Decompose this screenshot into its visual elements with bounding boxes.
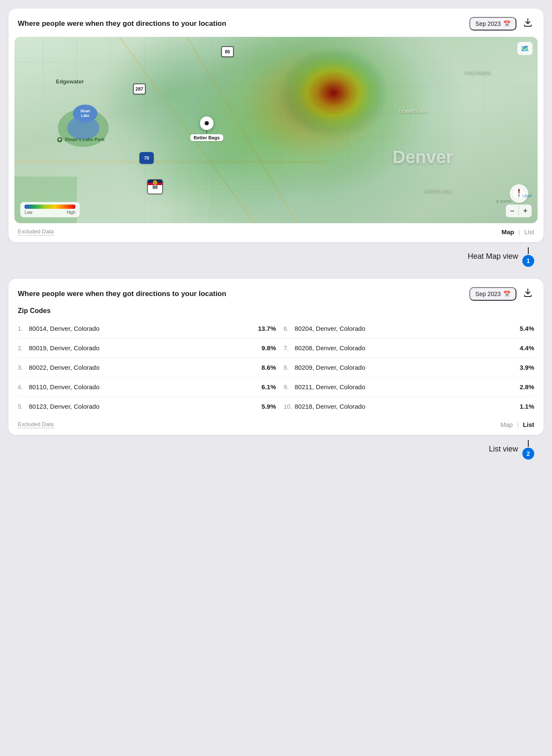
heatmap-date-label: Sep 2023: [475, 20, 501, 27]
list-annotation-label: List view: [489, 445, 518, 454]
card-list: Where people were when they got directio…: [8, 279, 544, 435]
pin-circle: [200, 116, 214, 130]
zoom-plus-button[interactable]: +: [519, 205, 532, 217]
card-heatmap-header: Where people were when they got directio…: [8, 8, 544, 37]
zip-pct: 6.1%: [261, 383, 276, 390]
zip-info: 9. 80211, Denver, Colorado: [284, 383, 366, 390]
pin-label: Better Bags: [190, 134, 223, 141]
list-header-controls: Sep 2023 📅: [469, 286, 534, 301]
zip-name: 80211, Denver, Colorado: [295, 383, 366, 390]
zip-number: 3.: [18, 364, 26, 371]
heatmap-footer: Excluded Data Map | List: [8, 223, 544, 242]
zip-name: 80218, Denver, Colorado: [295, 403, 366, 410]
card-heatmap: Where people were when they got directio…: [8, 8, 544, 242]
zip-info: 5. 80123, Denver, Colorado: [18, 403, 100, 410]
zip-section-title: Zip Codes: [8, 307, 544, 319]
heatmap-excluded-data[interactable]: Excluded Data: [18, 228, 54, 235]
list-excluded-data[interactable]: Excluded Data: [18, 421, 54, 428]
heatmap-toggle-divider: |: [519, 228, 520, 235]
e-sixth-label: E SIXTH: [497, 199, 511, 204]
zip-number: 8.: [284, 364, 292, 371]
list-calendar-icon: 📅: [503, 291, 510, 297]
zoom-control-group: − +: [506, 205, 532, 217]
list-toggle-divider: |: [517, 421, 519, 428]
map-background: FIVE POINTS DOWNTOWN Denver CAPITOL HILL…: [14, 37, 538, 223]
heatmap-toggle-map[interactable]: Map: [502, 228, 514, 235]
zip-number: 5.: [18, 403, 26, 410]
svg-text:N: N: [518, 188, 520, 191]
zip-column-left: 1. 80014, Denver, Colorado 13.7% 2. 8001…: [18, 319, 276, 416]
zip-pct: 3.9%: [520, 364, 534, 371]
zoom-minus-button[interactable]: −: [506, 205, 519, 217]
heatmap-date-picker[interactable]: Sep 2023 📅: [469, 17, 516, 30]
zip-row: 9. 80211, Denver, Colorado 2.8%: [276, 377, 535, 397]
list-date-label: Sep 2023: [475, 291, 501, 297]
heatmap-map-container: FIVE POINTS DOWNTOWN Denver CAPITOL HILL…: [14, 37, 538, 223]
zip-row: 10. 80218, Denver, Colorado 1.1%: [276, 397, 535, 416]
zip-name: 80208, Denver, Colorado: [295, 344, 366, 352]
list-export-button[interactable]: [521, 286, 534, 301]
highway-88-badge: 88: [147, 179, 163, 194]
location-pin: Better Bags: [190, 116, 223, 141]
card-list-title: Where people were when they got directio…: [18, 290, 226, 298]
zip-info: 3. 80022, Denver, Colorado: [18, 364, 100, 371]
zip-name: 80209, Denver, Colorado: [295, 364, 366, 371]
sloan-lake-label: SloanLake: [80, 109, 90, 118]
annotation-1-connector: 1: [522, 247, 534, 267]
highway-70-badge: 70: [139, 152, 154, 164]
zip-name: 80019, Denver, Colorado: [29, 344, 100, 352]
heatmap-view-toggle: Map | List: [502, 228, 534, 235]
zip-number: 4.: [18, 384, 26, 390]
heatmap-annotation-row: Heat Map view 1: [8, 247, 544, 267]
zip-pct: 2.8%: [520, 383, 534, 390]
zip-info: 2. 80019, Denver, Colorado: [18, 344, 100, 352]
zip-info: 4. 80110, Denver, Colorado: [18, 383, 100, 390]
zip-pct: 1.1%: [520, 403, 534, 410]
highway-88-label: 88: [153, 185, 158, 190]
list-view-toggle: Map | List: [500, 421, 534, 428]
card-list-header: Where people were when they got directio…: [8, 279, 544, 307]
annotation-2-connector: 2: [522, 440, 534, 460]
legend-high-label: High: [67, 210, 75, 215]
zip-pct: 13.7%: [258, 325, 276, 332]
zip-row: 5. 80123, Denver, Colorado 5.9%: [18, 397, 276, 416]
legend-labels: Low High: [25, 210, 75, 215]
pin-dot: [205, 121, 209, 125]
zip-info: 1. 80014, Denver, Colorado: [18, 325, 100, 332]
zip-row: 7. 80208, Denver, Colorado 4.4%: [276, 338, 535, 358]
zip-row: 6. 80204, Denver, Colorado 5.4%: [276, 319, 535, 338]
legend-low-label: Low: [25, 210, 32, 215]
zip-name: 80123, Denver, Colorado: [29, 403, 100, 410]
zip-name: 80022, Denver, Colorado: [29, 364, 100, 371]
list-date-picker[interactable]: Sep 2023 📅: [469, 287, 516, 301]
zip-name: 80014, Denver, Colorado: [29, 325, 100, 332]
zip-info: 8. 80209, Denver, Colorado: [284, 364, 366, 371]
zip-row: 3. 80022, Denver, Colorado 8.6%: [18, 358, 276, 377]
zip-number: 10.: [284, 403, 292, 410]
zip-pct: 5.9%: [261, 403, 276, 410]
zip-number: 2.: [18, 345, 26, 352]
zip-table: 1. 80014, Denver, Colorado 13.7% 2. 8001…: [8, 319, 544, 416]
zip-number: 9.: [284, 384, 292, 390]
legend-bar: [25, 205, 75, 209]
list-toggle-map[interactable]: Map: [500, 421, 513, 428]
map-type-button[interactable]: 🗺️: [517, 42, 533, 55]
zip-row: 8. 80209, Denver, Colorado 3.9%: [276, 358, 535, 377]
zip-row: 1. 80014, Denver, Colorado 13.7%: [18, 319, 276, 338]
zip-number: 6.: [284, 325, 292, 332]
list-annotation-row: List view 2: [8, 440, 544, 460]
annotation-badge-2: 2: [522, 448, 534, 460]
zip-pct: 8.6%: [261, 364, 276, 371]
heatmap-export-button[interactable]: [521, 16, 534, 31]
list-footer: Excluded Data Map | List: [8, 416, 544, 435]
card-heatmap-title: Where people were when they got directio…: [18, 19, 226, 28]
highway-85-badge: 85: [221, 46, 234, 57]
connector-line-1: [528, 247, 529, 254]
map-legal-link[interactable]: Legal: [522, 194, 532, 198]
heatmap-legend: Low High: [20, 202, 80, 217]
zip-number: 7.: [284, 345, 292, 352]
heatmap-heat-overlay: [14, 37, 538, 223]
heatmap-toggle-list[interactable]: List: [524, 228, 534, 235]
zip-name: 80204, Denver, Colorado: [295, 325, 366, 332]
list-toggle-list[interactable]: List: [523, 421, 534, 428]
